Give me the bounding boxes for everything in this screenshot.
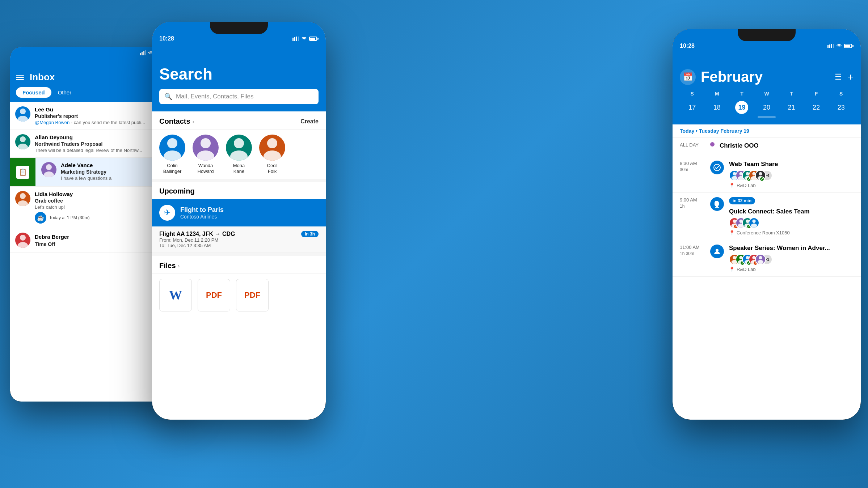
calendar-event[interactable]: 9:00 AM1h in 32 min Quick Connect: Sales… bbox=[673, 193, 861, 240]
phone-notch bbox=[738, 29, 796, 41]
attendee-avatar bbox=[755, 254, 766, 265]
calendar-screen: 10:28 📅 February bbox=[673, 29, 861, 420]
search-main-title: Search bbox=[159, 65, 319, 83]
contact-name: ColinBallinger bbox=[163, 163, 182, 174]
calendar-event[interactable]: ALL DAY Christie OOO bbox=[673, 138, 861, 156]
search-header: Search 🔍 Mail, Events, Contacts, Files bbox=[152, 43, 326, 111]
cal-date[interactable]: 21 bbox=[785, 101, 798, 114]
email-sender: Allan Deyoung bbox=[35, 134, 73, 140]
phone-search: 10:28 Search 🔍 Mail, Events, Contacts, F… bbox=[152, 22, 326, 420]
contact-item[interactable]: ColinBallinger bbox=[159, 135, 185, 174]
cal-date[interactable]: 22 bbox=[810, 101, 823, 114]
slide-indicator bbox=[758, 116, 776, 118]
files-section-title: Files › bbox=[159, 262, 180, 270]
create-button[interactable]: Create bbox=[300, 118, 319, 125]
files-section: Files › W PDF PDF bbox=[152, 253, 326, 317]
today-label: Today • Tuesday February 19 bbox=[673, 124, 861, 138]
svg-rect-0 bbox=[140, 53, 141, 55]
event-time: 9:00 AM1h bbox=[680, 197, 705, 209]
flight-from: From: Mon, Dec 11 2:20 PM bbox=[159, 237, 319, 243]
file-item[interactable]: W bbox=[159, 279, 192, 311]
weekday: S bbox=[680, 89, 705, 98]
tab-focused[interactable]: Focused bbox=[16, 87, 51, 98]
location-pin-icon: 📍 bbox=[729, 267, 735, 272]
cal-date[interactable]: 23 bbox=[835, 101, 848, 114]
files-section-header: Files › bbox=[152, 256, 326, 274]
svg-rect-20 bbox=[298, 37, 299, 41]
svg-point-11 bbox=[46, 164, 52, 170]
svg-point-15 bbox=[20, 235, 26, 241]
flight-icon: ✈ bbox=[159, 205, 175, 221]
event-title: Speaker Series: Women in Adver... bbox=[729, 245, 854, 252]
event-icon bbox=[710, 161, 724, 174]
search-bar[interactable]: 🔍 Mail, Events, Contacts, Files bbox=[159, 89, 319, 104]
calendar-event[interactable]: 11:00 AM1h 30m Speaker Series: Women in … bbox=[673, 240, 861, 277]
svg-point-10 bbox=[18, 144, 28, 149]
file-item[interactable]: PDF bbox=[198, 279, 230, 311]
event-time: 11:00 AM1h 30m bbox=[680, 245, 705, 257]
attendee-avatar bbox=[749, 217, 759, 228]
phone-notch bbox=[210, 22, 268, 34]
email-subject: Marketing Strategy bbox=[61, 169, 155, 175]
word-file-icon: W bbox=[169, 288, 182, 303]
svg-point-22 bbox=[164, 150, 181, 161]
event-location: 📍 Conference Room X1050 bbox=[729, 230, 854, 235]
status-icons bbox=[292, 37, 319, 41]
chevron-icon: › bbox=[193, 119, 194, 124]
flight-to: To: Tue, Dec 12 3:35 AM bbox=[159, 243, 319, 248]
swipe-action: 📋 bbox=[10, 158, 35, 186]
svg-point-63 bbox=[759, 256, 762, 259]
cal-date-today[interactable]: 19 bbox=[735, 101, 748, 114]
weekday: T bbox=[779, 89, 804, 98]
inbox-title: Inbox bbox=[30, 72, 55, 83]
calendar-body: Today • Tuesday February 19 ALL DAY Chri… bbox=[673, 124, 861, 277]
svg-point-28 bbox=[264, 150, 281, 161]
event-time: ALL DAY bbox=[680, 142, 705, 148]
calendar-weekdays: S M T W T F S bbox=[680, 89, 854, 98]
search-screen: 10:28 Search 🔍 Mail, Events, Contacts, F… bbox=[152, 22, 326, 420]
svg-point-52 bbox=[752, 220, 755, 223]
reminder-text: Today at 1 PM (30m) bbox=[49, 215, 152, 220]
contact-name: CecilFolk bbox=[267, 163, 278, 174]
cal-date[interactable]: 20 bbox=[760, 101, 773, 114]
calendar-icon: 📅 bbox=[680, 69, 696, 85]
location-pin-icon: 📍 bbox=[729, 183, 735, 188]
weekday: W bbox=[754, 89, 779, 98]
tab-other[interactable]: Other bbox=[51, 87, 78, 98]
contact-item[interactable]: MonaKane bbox=[226, 135, 252, 174]
files-row: W PDF PDF bbox=[152, 274, 326, 317]
svg-rect-30 bbox=[829, 44, 830, 48]
event-content: in 32 min Quick Connect: Sales Team ✕ bbox=[729, 197, 854, 235]
cal-date[interactable]: 17 bbox=[686, 101, 699, 114]
calendar-status-time: 10:28 bbox=[680, 43, 695, 49]
upcoming-section: Upcoming ✈ Flight to Paris Contoso Airli… bbox=[152, 179, 326, 253]
cal-date[interactable]: 18 bbox=[711, 101, 724, 114]
contact-avatar bbox=[226, 135, 252, 161]
flight-time-badge: In 3h bbox=[301, 231, 319, 237]
svg-rect-3 bbox=[145, 50, 146, 55]
svg-rect-2 bbox=[143, 51, 144, 55]
contact-item[interactable]: CecilFolk bbox=[259, 135, 285, 174]
event-icon bbox=[710, 197, 724, 211]
event-content: Speaker Series: Women in Adver... ✓ bbox=[729, 245, 854, 272]
menu-icon[interactable] bbox=[16, 75, 24, 80]
avatar bbox=[15, 106, 30, 122]
weekday: T bbox=[729, 89, 754, 98]
location-pin-icon: 📍 bbox=[729, 230, 735, 235]
battery-icon bbox=[309, 37, 319, 41]
svg-point-16 bbox=[18, 242, 28, 248]
flight-card[interactable]: ✈ Flight to Paris Contoso Airlines bbox=[152, 199, 326, 226]
status-icons bbox=[827, 44, 854, 48]
contact-item[interactable]: WandaHoward bbox=[193, 135, 219, 174]
weekday: S bbox=[829, 89, 854, 98]
calendar-event[interactable]: 8:30 AM30m Web Team Share bbox=[673, 156, 861, 193]
search-icon: 🔍 bbox=[164, 93, 172, 101]
list-view-icon[interactable]: ☰ bbox=[835, 72, 842, 82]
reminder-icon: ☕ bbox=[35, 212, 46, 224]
flight-info: Flight to Paris Contoso Airlines bbox=[180, 206, 319, 220]
add-event-button[interactable]: + bbox=[848, 71, 854, 83]
svg-point-27 bbox=[267, 138, 277, 148]
avatar bbox=[15, 233, 30, 248]
flight-details: Flight AA 1234, JFK → CDG In 3h From: Mo… bbox=[152, 226, 326, 253]
file-item[interactable]: PDF bbox=[236, 279, 269, 311]
